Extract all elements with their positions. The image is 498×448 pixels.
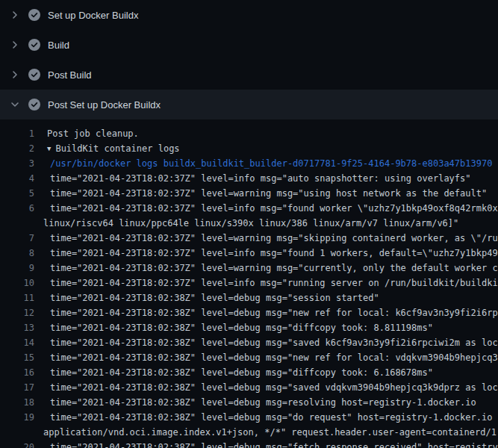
chevron-down-icon	[9, 99, 21, 111]
log-row: 12 ▼time="2021-04-23T18:02:38Z" level=de…	[0, 305, 498, 320]
line-number-link[interactable]: 10	[0, 276, 34, 290]
command-text: ▼/usr/bin/docker logs buildx_buildkit_bu…	[43, 156, 492, 171]
section-label: Post Set up Docker Buildx	[48, 99, 161, 111]
log-text: ▼time="2021-04-23T18:02:38Z" level=debug…	[43, 335, 498, 350]
line-number-link[interactable]: 20	[0, 440, 34, 448]
log-row: 15 ▼time="2021-04-23T18:02:38Z" level=de…	[0, 350, 498, 365]
log-text: ▼time="2021-04-23T18:02:38Z" level=debug…	[43, 290, 379, 305]
log-text: ▼time="2021-04-23T18:02:37Z" level=info …	[43, 201, 498, 216]
log-text: ▼time="2021-04-23T18:02:37Z" level=info …	[43, 276, 498, 290]
sections-list: Set up Docker Buildx Build P	[0, 0, 498, 119]
log-text: ▼Post job cleanup.	[43, 126, 139, 141]
line-number-link[interactable]: 3	[0, 156, 34, 171]
line-number-link	[0, 425, 34, 440]
line-number-link[interactable]: 1	[0, 126, 34, 141]
log-text: ▼time="2021-04-23T18:02:38Z" level=debug…	[43, 365, 433, 380]
log-row: 6 ▼time="2021-04-23T18:02:37Z" level=inf…	[0, 201, 498, 216]
line-number-link[interactable]: 11	[0, 290, 34, 305]
section-label: Post Build	[48, 69, 92, 81]
line-number-link[interactable]: 17	[0, 380, 34, 395]
line-number-link[interactable]: 6	[0, 201, 34, 216]
log-row: 20 ▼time="2021-04-23T18:02:38Z" level=de…	[0, 440, 498, 448]
line-number-link[interactable]: 4	[0, 171, 34, 186]
log-text: ▼time="2021-04-23T18:02:38Z" level=debug…	[43, 395, 476, 410]
log-row: 17 ▼time="2021-04-23T18:02:38Z" level=de…	[0, 380, 498, 395]
section-header[interactable]: Post Set up Docker Buildx	[0, 90, 498, 119]
line-number-link[interactable]: 14	[0, 335, 34, 350]
section-header[interactable]: Build	[0, 30, 498, 60]
line-number-link[interactable]: 13	[0, 320, 34, 335]
line-number-link[interactable]: 9	[0, 261, 34, 276]
check-circle-icon	[28, 69, 40, 81]
log-text: ▼time="2021-04-23T18:02:37Z" level=warni…	[43, 261, 498, 276]
log-group-toggle[interactable]: ▼BuildKit container logs	[43, 141, 180, 156]
log-row: 16 ▼time="2021-04-23T18:02:38Z" level=de…	[0, 365, 498, 380]
log-row: 5 ▼time="2021-04-23T18:02:37Z" level=war…	[0, 186, 498, 201]
log-row: 4 ▼time="2021-04-23T18:02:37Z" level=inf…	[0, 171, 498, 186]
line-number-link[interactable]: 19	[0, 410, 34, 425]
log-row: 7 ▼time="2021-04-23T18:02:37Z" level=war…	[0, 231, 498, 246]
log-text: ▼time="2021-04-23T18:02:38Z" level=debug…	[43, 305, 498, 320]
log-text: ▼time="2021-04-23T18:02:37Z" level=warni…	[43, 186, 487, 201]
line-number-link	[0, 216, 34, 231]
log-row: ▼application/vnd.oci.image.index.v1+json…	[0, 425, 498, 440]
log-row: 18 ▼time="2021-04-23T18:02:38Z" level=de…	[0, 395, 498, 410]
chevron-right-icon	[9, 39, 21, 51]
job-log-panel: Set up Docker Buildx Build P	[0, 0, 498, 448]
log-text: ▼time="2021-04-23T18:02:37Z" level=info …	[43, 246, 498, 261]
log-text: ▼time="2021-04-23T18:02:38Z" level=debug…	[43, 410, 498, 425]
log-row: 11 ▼time="2021-04-23T18:02:38Z" level=de…	[0, 290, 498, 305]
log-row: 8 ▼time="2021-04-23T18:02:37Z" level=inf…	[0, 246, 498, 261]
check-circle-icon	[28, 9, 40, 21]
log-row: 1 ▼Post job cleanup.	[0, 126, 498, 141]
chevron-right-icon	[9, 69, 21, 81]
line-number-link[interactable]: 16	[0, 365, 34, 380]
log-row: 13 ▼time="2021-04-23T18:02:38Z" level=de…	[0, 320, 498, 335]
check-circle-icon	[28, 39, 40, 51]
line-number-link[interactable]: 8	[0, 246, 34, 261]
log-text: ▼time="2021-04-23T18:02:38Z" level=debug…	[43, 350, 498, 365]
log-row: 9 ▼time="2021-04-23T18:02:37Z" level=war…	[0, 261, 498, 276]
collapse-triangle-icon: ▼	[47, 145, 51, 152]
log-row: 14 ▼time="2021-04-23T18:02:38Z" level=de…	[0, 335, 498, 350]
section-label: Set up Docker Buildx	[48, 10, 138, 21]
line-number-link[interactable]: 7	[0, 231, 34, 246]
section-label: Build	[48, 40, 69, 51]
log-text: ▼time="2021-04-23T18:02:38Z" level=debug…	[43, 440, 498, 448]
log-text: ▼application/vnd.oci.image.index.v1+json…	[43, 425, 498, 440]
log-row: 19 ▼time="2021-04-23T18:02:38Z" level=de…	[0, 410, 498, 425]
log-row: 2 ▼BuildKit container logs	[0, 141, 498, 156]
log-lines: 1 ▼Post job cleanup. 2 ▼BuildKit contain…	[0, 119, 498, 448]
log-row: 10 ▼time="2021-04-23T18:02:37Z" level=in…	[0, 276, 498, 290]
line-number-link[interactable]: 18	[0, 395, 34, 410]
log-text: ▼time="2021-04-23T18:02:38Z" level=debug…	[43, 380, 498, 395]
log-text: ▼time="2021-04-23T18:02:37Z" level=info …	[43, 171, 471, 186]
log-row: 3 ▼/usr/bin/docker logs buildx_buildkit_…	[0, 156, 498, 171]
log-text: ▼time="2021-04-23T18:02:38Z" level=debug…	[43, 320, 433, 335]
log-text: ▼linux/riscv64 linux/ppc64le linux/s390x…	[43, 216, 458, 231]
section-header[interactable]: Post Build	[0, 60, 498, 90]
log-row: ▼linux/riscv64 linux/ppc64le linux/s390x…	[0, 216, 498, 231]
line-number-link[interactable]: 12	[0, 305, 34, 320]
check-circle-icon	[28, 99, 40, 111]
line-number-link[interactable]: 5	[0, 186, 34, 201]
log-text: ▼time="2021-04-23T18:02:37Z" level=warni…	[43, 231, 498, 246]
line-number-link[interactable]: 15	[0, 350, 34, 365]
line-number-link[interactable]: 2	[0, 141, 34, 156]
chevron-right-icon	[9, 9, 21, 21]
section-header[interactable]: Set up Docker Buildx	[0, 0, 498, 30]
